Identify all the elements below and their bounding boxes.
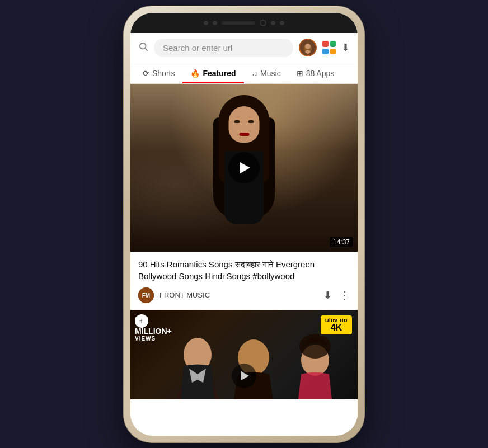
search-actions: ⬇	[299, 39, 350, 56]
play-triangle-sm	[241, 371, 249, 380]
download-video-icon[interactable]: ⬇	[323, 289, 332, 301]
four-k-text: 4K	[331, 323, 342, 332]
featured-icon: 🔥	[190, 69, 200, 78]
svg-line-1	[145, 48, 147, 50]
search-bar: Search or enter url	[130, 33, 358, 63]
sensor-dot	[271, 21, 275, 25]
download-icon[interactable]: ⬇	[341, 41, 350, 54]
video-meta-1: FM FRONT MUSIC ⬇ ⋮	[138, 287, 350, 303]
sensor-speaker	[222, 21, 255, 25]
meta-actions: ⬇ ⋮	[323, 289, 350, 301]
views-number: 20	[135, 314, 172, 327]
tab-featured-label: Featured	[203, 69, 236, 78]
tab-shorts[interactable]: ⟳ Shorts	[135, 63, 182, 83]
search-placeholder-text: Search or enter url	[163, 43, 232, 53]
tab-apps[interactable]: ⊞ 88 Apps	[289, 63, 342, 83]
views-badge: 20 MILLION+ VIEWS	[135, 314, 172, 342]
play-triangle	[240, 162, 250, 173]
tab-apps-label: 88 Apps	[306, 69, 335, 78]
front-camera-sensor	[260, 20, 266, 26]
shorts-icon: ⟳	[143, 69, 149, 78]
play-button-2[interactable]	[232, 364, 256, 388]
channel-name-1: FRONT MUSIC	[159, 291, 318, 299]
apps-icon: ⊞	[297, 69, 303, 78]
nav-tabs: ⟳ Shorts 🔥 Featured ♫ Music ⊞ 88 Apps	[130, 63, 358, 84]
sensor-dot	[213, 21, 217, 25]
search-icon	[138, 41, 148, 54]
svg-text:FM: FM	[142, 293, 150, 299]
figure-face	[229, 106, 260, 143]
sensor-dot	[204, 21, 208, 25]
user-avatar[interactable]	[299, 39, 317, 56]
svg-point-0	[140, 43, 146, 49]
video-info-1: 90 Hits Romantics Songs सदाबहार गाने Eve…	[130, 252, 358, 310]
search-input[interactable]: Search or enter url	[154, 39, 293, 57]
ultra-hd-badge: Ultra HD 4K	[321, 315, 352, 334]
svg-point-3	[305, 44, 311, 49]
sensor-dot	[280, 21, 284, 25]
views-million: MILLION+	[135, 327, 172, 336]
video-title-1: 90 Hits Romantics Songs सदाबहार गाने Eve…	[138, 258, 350, 282]
tab-music[interactable]: ♫ Music	[244, 63, 289, 83]
phone-frame: Search or enter url	[124, 6, 364, 442]
video-duration-1: 14:37	[330, 237, 353, 247]
play-button-1[interactable]	[228, 152, 260, 183]
video-thumbnail-2[interactable]: +	[130, 310, 358, 399]
apps-grid-icon[interactable]	[321, 40, 337, 55]
tab-featured[interactable]: 🔥 Featured	[182, 63, 243, 83]
tab-shorts-label: Shorts	[152, 69, 175, 78]
music-icon: ♫	[252, 69, 258, 78]
tab-music-label: Music	[260, 69, 281, 78]
ultra-hd-text: Ultra HD	[325, 318, 348, 323]
views-label: VIEWS	[135, 336, 172, 342]
phone-sensors	[130, 13, 358, 33]
screen-content: Search or enter url	[130, 33, 358, 436]
svg-point-10	[299, 334, 331, 359]
more-options-icon[interactable]: ⋮	[340, 289, 350, 301]
channel-avatar-1: FM	[138, 287, 154, 303]
phone-screen: Search or enter url	[130, 13, 358, 436]
video-thumbnail-1[interactable]: 14:37	[130, 84, 358, 252]
